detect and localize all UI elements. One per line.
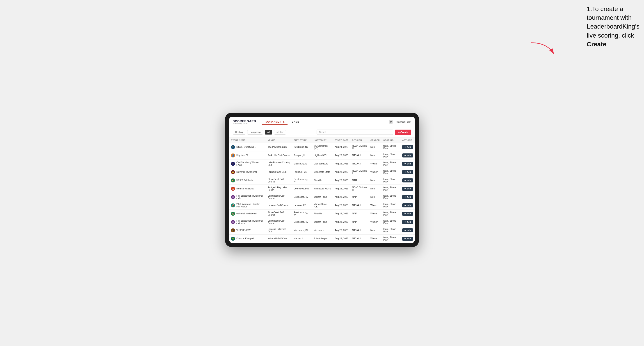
user-label: Test User | Sign xyxy=(396,121,411,123)
edit-label: Edit xyxy=(407,188,411,190)
division-cell: NJCAA II xyxy=(350,201,368,209)
start-date-cell: Aug 28, 2023 xyxy=(333,209,350,218)
actions-cell: ✏ Edit xyxy=(400,151,415,160)
edit-icon: ✏ xyxy=(404,221,406,223)
search-input[interactable] xyxy=(316,130,393,135)
col-hosted-by: HOSTED BY xyxy=(312,138,333,143)
col-actions: ACTIONS xyxy=(400,138,415,143)
hosted-by-cell: Pikeville xyxy=(312,209,333,218)
start-date-cell: Aug 26, 2023 xyxy=(333,160,350,168)
gear-icon[interactable]: ⚙ xyxy=(389,120,393,124)
edit-button[interactable]: ✏ Edit xyxy=(402,212,413,216)
start-date-cell: Aug 28, 2023 xyxy=(333,168,350,176)
team-icon: 🏌 xyxy=(231,162,235,166)
edit-button[interactable]: ✏ Edit xyxy=(402,178,413,182)
all-filter-button[interactable]: All xyxy=(265,130,272,135)
event-name: Klash at Kokopelli xyxy=(236,237,254,240)
edit-button[interactable]: ✏ Edit xyxy=(402,187,413,191)
edit-button[interactable]: ✏ Edit xyxy=(402,220,413,224)
city-state-cell: Oskaloosa, IA xyxy=(292,193,312,201)
start-date-cell: Aug 28, 2023 xyxy=(333,184,350,193)
scoring-cell: team, Stroke Play xyxy=(382,218,400,226)
edit-button[interactable]: ✏ Edit xyxy=(402,237,413,241)
edit-label: Edit xyxy=(407,154,411,157)
event-name: VU PREVIEW xyxy=(236,229,250,231)
edit-button[interactable]: ✏ Edit xyxy=(402,154,413,158)
gender-cell: Men xyxy=(369,193,382,201)
edit-icon: ✏ xyxy=(404,188,406,190)
team-icon: 👤 xyxy=(231,154,235,158)
table-row: 🦅 upike fall invitational StoneCrest Gol… xyxy=(229,209,415,218)
nav-teams[interactable]: TEAMS xyxy=(288,119,302,125)
hosted-by-cell: William Penn xyxy=(312,218,333,226)
col-event-name: EVENT NAME xyxy=(229,138,266,143)
edit-button[interactable]: ✏ Edit xyxy=(402,195,413,199)
venue-cell: Kokopelli Golf Club xyxy=(266,234,292,243)
edit-label: Edit xyxy=(407,229,411,231)
edit-label: Edit xyxy=(407,163,411,165)
actions-cell: ✏ Edit xyxy=(400,234,415,243)
col-division: DIVISION xyxy=(350,138,368,143)
event-name: Fall Statesmen Invitational - Women xyxy=(236,220,264,224)
division-cell: NCAA Division II xyxy=(350,168,368,176)
competing-filter-button[interactable]: Competing xyxy=(247,130,263,135)
scoring-cell: team, Stroke Play xyxy=(382,168,400,176)
division-cell: NJCAA I xyxy=(350,234,368,243)
edit-button[interactable]: ✏ Edit xyxy=(402,170,413,174)
scoring-cell: team, Stroke Play xyxy=(382,143,400,151)
col-scoring: SCORING xyxy=(382,138,400,143)
edit-button[interactable]: ✏ Edit xyxy=(402,203,413,207)
city-state-cell: Marion, IL xyxy=(292,234,312,243)
logo-subtitle: Powered by clippit xyxy=(233,123,256,124)
venue-cell: Ruttger's Bay Lake Resort xyxy=(266,184,292,193)
division-cell: NAIA xyxy=(350,209,368,218)
table-row: ⚔ Fall Statesmen Invitational - Women Ed… xyxy=(229,218,415,226)
event-name-cell: 🦅 upike fall invitational xyxy=(229,209,266,218)
table-row: 🏈 2023 Women's Hesston Fall Kickoff Hess… xyxy=(229,201,415,209)
city-state-cell: Vincennes, IN xyxy=(292,226,312,234)
team-icon: 🤠 xyxy=(231,170,235,174)
division-cell: NJCAA II xyxy=(350,226,368,234)
venue-cell: Faribault Golf Club xyxy=(266,168,292,176)
table-row: 🦊 Morris Invitational Ruttger's Bay Lake… xyxy=(229,184,415,193)
hosted-by-cell: Pikeville xyxy=(312,176,333,184)
edit-label: Edit xyxy=(407,196,411,198)
tablet-frame: SCOREBOARD Powered by clippit TOURNAMENT… xyxy=(225,113,419,247)
nav-tournaments[interactable]: TOURNAMENTS xyxy=(262,119,288,125)
edit-label: Edit xyxy=(407,146,411,148)
toolbar: Hosting Competing All ≡ Filter + Create xyxy=(229,127,415,138)
event-name: Fall Statesmen Invitational - Men xyxy=(236,195,264,199)
event-name-cell: 🤠 Maverick Invitational xyxy=(229,168,266,176)
table-row: 🤠 Maverick Invitational Faribault Golf C… xyxy=(229,168,415,176)
edit-button[interactable]: ✏ Edit xyxy=(402,145,413,149)
city-state-cell: Hesston, KS xyxy=(292,201,312,209)
hosting-filter-button[interactable]: Hosting xyxy=(233,130,246,135)
city-state-cell: Galesburg, IL xyxy=(292,160,312,168)
event-name-cell: 🏈 2023 Women's Hesston Fall Kickoff xyxy=(229,201,266,209)
scoring-cell: team, Stroke Play xyxy=(382,151,400,160)
start-date-cell: Aug 28, 2023 xyxy=(333,218,350,226)
table-row: ⚔ Fall Statesmen Invitational - Men Edmu… xyxy=(229,193,415,201)
table-row: 👤 Highland 36 Park Hills Golf CourseFree… xyxy=(229,151,415,160)
venue-cell: The Powelton Club xyxy=(266,143,292,151)
tournaments-table: EVENT NAMEVENUECITY, STATEHOSTED BYSTART… xyxy=(229,138,415,243)
city-state-cell: Oskaloosa, IA xyxy=(292,218,312,226)
event-name-cell: 🏌 MSMC Qualifying 1 xyxy=(229,143,266,151)
actions-cell: ✏ Edit xyxy=(400,226,415,234)
search-box xyxy=(316,130,393,135)
create-button[interactable]: + Create xyxy=(395,130,411,135)
table-row: 🎓 VU PREVIEW Cypress Hills Golf ClubVinc… xyxy=(229,226,415,234)
edit-icon: ✏ xyxy=(404,213,406,215)
team-icon: 🦊 xyxy=(231,187,235,191)
hosted-by-cell: Minnesota-Morris xyxy=(312,184,333,193)
team-icon: 🦅 xyxy=(231,212,235,216)
edit-button[interactable]: ✏ Edit xyxy=(402,162,413,166)
division-cell: NCAA Division III xyxy=(350,184,368,193)
edit-button[interactable]: ✏ Edit xyxy=(402,228,413,232)
team-icon: ⚔ xyxy=(231,195,235,199)
filter-button[interactable]: ≡ Filter xyxy=(274,130,286,135)
venue-cell: StoneCrest Golf Course xyxy=(266,176,292,184)
start-date-cell: Aug 28, 2023 xyxy=(333,193,350,201)
actions-cell: ✏ Edit xyxy=(400,209,415,218)
edit-icon: ✏ xyxy=(404,163,406,165)
